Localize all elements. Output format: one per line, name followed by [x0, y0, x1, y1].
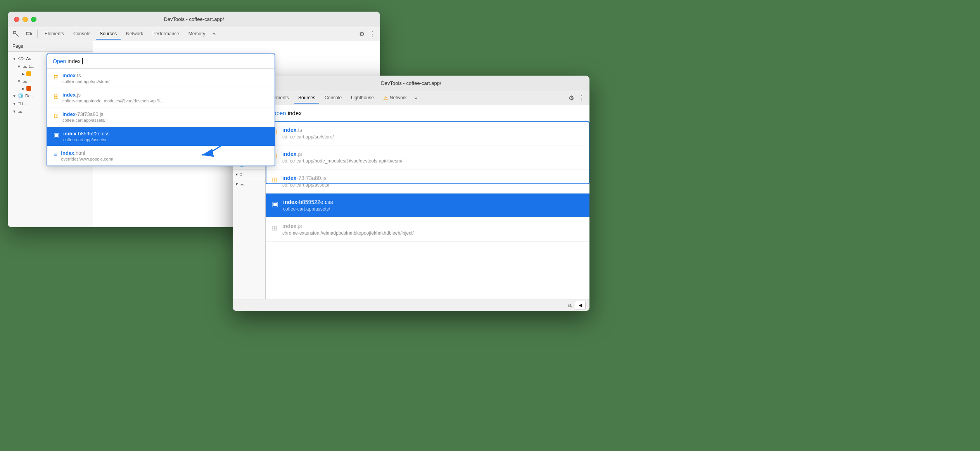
file-name-js-back: index.js	[62, 92, 268, 98]
front-results-container: ⊞ index.ts coffee-cart.app/src/store/ ⊞ …	[266, 121, 589, 169]
tab-network-back[interactable]: Network	[122, 29, 147, 40]
cursor	[82, 58, 83, 64]
svg-rect-1	[26, 32, 30, 35]
tab-memory-back[interactable]: Memory	[185, 29, 209, 40]
titlebar-back: DevTools - coffee-cart.app/	[8, 12, 380, 27]
front-file-name-ts: index.ts	[282, 127, 334, 133]
front-open-input[interactable]: index	[288, 110, 302, 116]
front-file-path-js: coffee-cart.app/node_modules/@vue/devtoo…	[282, 158, 402, 164]
file-icon-js: ⊞	[54, 93, 59, 100]
front-file-path-hash-js: coffee-cart.app/assets/	[282, 182, 329, 188]
file-icon-hash-js: ⊞	[54, 112, 59, 119]
front-file-path-css: coffee-cart.app/assets/	[283, 206, 333, 212]
front-file-icon-css: ▣	[272, 200, 278, 208]
close-button-back[interactable]	[14, 17, 19, 22]
front-status-bar: /a ◀	[233, 299, 589, 311]
file-result-index-ts-back[interactable]: ⊞ index.ts coffee-cart.app/src/store/	[47, 69, 275, 88]
open-label-back: Open	[53, 58, 66, 64]
front-file-result-index-css[interactable]: ▣ index-b859522e.css coffee-cart.app/ass…	[266, 194, 589, 218]
front-file-path-ts: coffee-cart.app/src/store/	[282, 134, 334, 140]
more-options-icon-front[interactable]: ⋮	[577, 93, 586, 103]
open-input-text-back[interactable]: index	[67, 58, 80, 64]
front-open-file-header: Open index	[266, 105, 589, 121]
tab-sources-front[interactable]: Sources	[294, 93, 319, 104]
more-tabs-front[interactable]: »	[412, 94, 420, 102]
devtools-window-front: DevTools - coffee-cart.app/ Elements Sou…	[233, 76, 589, 311]
front-file-name-css: index-b859522e.css	[283, 199, 333, 205]
front-file-icon-hash-js: ⊞	[272, 176, 278, 184]
settings-icon-back[interactable]: ⚙	[358, 29, 366, 39]
front-file-result-index-js[interactable]: ⊞ index.js coffee-cart.app/node_modules/…	[266, 145, 589, 169]
window-title-front: DevTools - coffee-cart.app/	[381, 80, 441, 86]
front-divider-3	[233, 169, 265, 170]
inspect-icon[interactable]	[11, 29, 22, 40]
settings-icon-front[interactable]: ⚙	[567, 93, 576, 103]
front-divider-4	[233, 179, 265, 179]
front-file-path-ext-js: chrome-extension://eimadpbcbfnmbkopoojfe…	[282, 230, 414, 236]
file-path-js-back: coffee-cart.app/node_modules/@vue/devtoo…	[62, 98, 268, 103]
file-icon-css: ▣	[54, 131, 59, 139]
arrow-overlay	[190, 120, 268, 168]
front-file-icon-ext-js: ⊞	[272, 224, 278, 232]
warning-icon: ⚠	[383, 95, 388, 101]
front-file-name-js: index.js	[282, 151, 402, 157]
tab-lighthouse-front[interactable]: Lighthouse	[347, 93, 378, 104]
device-toggle-icon[interactable]	[23, 29, 34, 40]
tab-performance-back[interactable]: Performance	[149, 29, 183, 40]
front-file-name-hash-js: index-73f73a80.js	[282, 175, 329, 181]
tab-console-back[interactable]: Console	[69, 29, 94, 40]
separator-1	[37, 30, 38, 38]
more-options-icon-back[interactable]: ⋮	[368, 29, 377, 39]
file-icon-ts: ⊞	[54, 73, 59, 81]
devtools-toolbar-back: Elements Console Sources Network Perform…	[8, 27, 380, 41]
front-tree-7[interactable]: ▼ □	[233, 171, 265, 178]
front-file-name-ext-js: index.js	[282, 223, 414, 229]
sidebar-tab-page[interactable]: Page	[8, 41, 93, 52]
window-title-back: DevTools - coffee-cart.app/	[164, 16, 224, 22]
tab-network-front[interactable]: ⚠ Network	[379, 92, 411, 104]
tab-console-front[interactable]: Console	[321, 93, 346, 104]
svg-rect-0	[14, 31, 16, 34]
file-result-index-js-back[interactable]: ⊞ index.js coffee-cart.app/node_modules/…	[47, 88, 275, 107]
front-sources-panel: Page ▼ </> Au... ▼ ☁ ▼ ☁ ▼	[233, 105, 589, 299]
maximize-button-back[interactable]	[31, 17, 36, 22]
svg-rect-2	[30, 33, 31, 35]
front-file-result-ext-js[interactable]: ⊞ index.js chrome-extension://eimadpbcbf…	[266, 218, 589, 242]
file-path-ts-back: coffee-cart.app/src/store/	[62, 79, 268, 84]
file-name-ts-back: index.ts	[62, 73, 268, 78]
more-tabs-back[interactable]: »	[211, 30, 218, 38]
titlebar-front: DevTools - coffee-cart.app/	[233, 76, 589, 91]
devtools-toolbar-front: Elements Sources Console Lighthouse ⚠ Ne…	[233, 91, 589, 105]
tab-elements-back[interactable]: Elements	[41, 29, 68, 40]
traffic-lights-back	[14, 17, 36, 22]
tab-sources-back[interactable]: Sources	[96, 29, 121, 40]
minimize-button-back[interactable]	[22, 17, 28, 22]
status-text: /a	[568, 303, 572, 308]
front-open-file-panel: Open index ⊞ index.ts coffee-cart.app/sr…	[266, 105, 589, 299]
front-file-result-index-ts[interactable]: ⊞ index.ts coffee-cart.app/src/store/	[266, 121, 589, 145]
file-icon-html: ≡	[54, 151, 57, 158]
collapse-button[interactable]: ◀	[575, 301, 586, 309]
front-file-result-index-hash-js[interactable]: ⊞ index-73f73a80.js coffee-cart.app/asse…	[266, 169, 589, 194]
front-tree-8[interactable]: ▼ ☁	[233, 180, 265, 188]
file-name-hash-js-back: index-73f73a80.js	[62, 111, 268, 117]
